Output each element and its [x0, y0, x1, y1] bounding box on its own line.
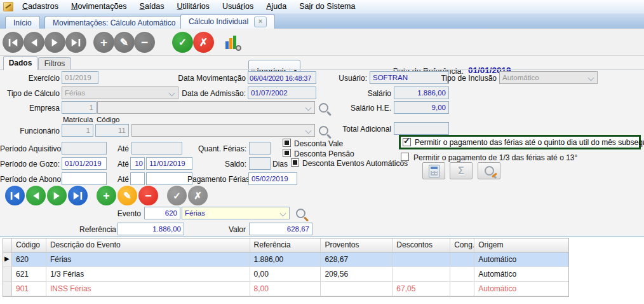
event-edit-button[interactable]: ✎: [117, 186, 137, 205]
edit-button[interactable]: ✎: [114, 32, 135, 53]
column-header-origem[interactable]: Origem: [474, 238, 568, 252]
table-row[interactable]: 901 INSS Férias 8,00 67,05 Automático: [3, 282, 568, 296]
valor-field[interactable]: 628,67: [249, 223, 312, 235]
close-tab-icon[interactable]: ×: [254, 17, 267, 27]
periodo-gozo-fim-field[interactable]: 11/01/2019: [146, 157, 192, 170]
menu-item-utilitarios[interactable]: Utilitários: [170, 0, 215, 13]
remove-button[interactable]: −: [134, 32, 155, 53]
evento-codigo-field[interactable]: 620: [144, 207, 180, 219]
pagamento-ferias-label: Pagamento Férias:: [187, 175, 246, 184]
row-marker-cell: [3, 282, 12, 296]
funcionario-matricula-field[interactable]: 1: [62, 124, 93, 137]
menu-item-ajuda[interactable]: Ajuda: [260, 0, 293, 13]
permitir-quinto-dia-checkbox[interactable]: ✓: [403, 138, 411, 146]
event-cancel-button[interactable]: ✗: [188, 186, 208, 205]
cell-origem: Automático: [474, 252, 568, 266]
periodo-gozo-inicio-field[interactable]: 01/01/2019: [62, 157, 107, 170]
last-record-icon: [73, 192, 83, 200]
periodo-abono-fim-field[interactable]: [146, 172, 192, 185]
codigo-label: Código: [97, 116, 125, 123]
event-remove-button[interactable]: −: [138, 186, 158, 205]
tipo-inclusao-dropdown[interactable]: Automático: [499, 71, 598, 84]
event-first-button[interactable]: [5, 186, 25, 205]
selected-row-marker-icon: ▶: [4, 255, 10, 262]
total-adicional-label: Total Adicional: [318, 125, 391, 134]
event-next-button[interactable]: [47, 186, 67, 205]
event-add-button[interactable]: +: [97, 186, 116, 205]
table-header-row: Código Descrição do Evento Referência Pr…: [3, 238, 568, 252]
data-movimentacao-label: Data Movimentação: [178, 74, 246, 83]
table-row[interactable]: 621 1/3 Férias 0,00 209,56 Automático: [3, 267, 568, 282]
periodo-aquisitivo-fim-field[interactable]: [131, 142, 182, 155]
periodo-aquisitivo-inicio-field[interactable]: [62, 142, 107, 155]
menu-item-saidas[interactable]: Saídas: [133, 0, 171, 13]
next-record-icon: [50, 39, 60, 46]
column-header-referencia[interactable]: Referência: [250, 238, 321, 252]
tab-dados[interactable]: Dados: [3, 56, 37, 70]
cell-cong: [450, 282, 474, 296]
tab-calculo-individual[interactable]: Cálculo Individual ×: [180, 14, 275, 29]
totalize-button[interactable]: Σ: [450, 162, 473, 179]
event-confirm-button[interactable]: ✓: [167, 186, 187, 205]
desconta-eventos-checkbox[interactable]: [291, 158, 299, 167]
column-header-descricao[interactable]: Descrição do Evento: [46, 238, 250, 252]
event-previous-button[interactable]: [26, 186, 46, 205]
data-admissao-field[interactable]: 01/07/2002: [248, 86, 316, 99]
permitir-terco-checkbox[interactable]: [401, 153, 409, 161]
usuario-field[interactable]: SOFTRAN: [370, 71, 449, 84]
exercicio-field[interactable]: 01/2019: [62, 71, 98, 84]
first-record-button[interactable]: [3, 32, 23, 53]
periodo-abono-inicio-field[interactable]: [62, 172, 107, 185]
table-row-selected[interactable]: ▶ 620 Férias 1.886,00 628,67 Automático: [3, 252, 568, 267]
desconta-vale-label: Desconta Vale: [294, 139, 343, 148]
evento-search-icon[interactable]: [296, 209, 305, 218]
calculate-button[interactable]: [422, 162, 445, 179]
confirm-button[interactable]: ✓: [172, 32, 193, 53]
first-record-icon: [8, 39, 18, 46]
chart-settings-button[interactable]: [224, 34, 242, 51]
matricula-label: Matrícula: [63, 116, 95, 123]
first-record-icon: [10, 192, 20, 200]
referencia-field[interactable]: 1.886,00: [117, 223, 184, 235]
periodo-gozo-dias-field[interactable]: 10: [130, 157, 145, 170]
column-header-cong[interactable]: Cong.: [450, 238, 474, 252]
preview-button[interactable]: [478, 162, 500, 179]
funcionario-codigo-field[interactable]: 11: [95, 124, 129, 137]
tab-inicio[interactable]: Início: [5, 16, 40, 29]
tab-filtros[interactable]: Filtros: [38, 57, 71, 70]
funcionario-dropdown[interactable]: [131, 124, 315, 137]
add-button[interactable]: +: [93, 32, 114, 53]
cell-codigo: 621: [12, 267, 46, 281]
salario-he-field[interactable]: 9,00: [394, 101, 449, 114]
pagamento-ferias-field[interactable]: 05/02/2019: [248, 172, 297, 185]
menu-item-cadastros[interactable]: Cadastros: [16, 0, 65, 13]
cancel-button[interactable]: ✗: [193, 32, 214, 53]
tab-calculo-automatico[interactable]: Movimentações: Cálculo Automático: [44, 16, 184, 29]
saldo-field[interactable]: [249, 157, 271, 170]
tab-page-border: [0, 69, 644, 70]
column-header-codigo[interactable]: Código: [12, 238, 46, 252]
next-record-button[interactable]: [44, 32, 65, 53]
column-header-proventos[interactable]: Proventos: [321, 238, 392, 252]
desconta-vale-checkbox[interactable]: [283, 139, 291, 147]
evento-dropdown[interactable]: Férias: [182, 207, 290, 219]
empresa-label: Empresa: [0, 104, 60, 113]
periodo-abono-dias-field[interactable]: [130, 172, 145, 185]
last-record-button[interactable]: [65, 32, 86, 53]
salario-field[interactable]: 1.886,00: [394, 86, 449, 99]
empresa-dropdown[interactable]: [97, 101, 315, 114]
dias-label: Dias: [272, 160, 289, 169]
row-marker-cell: [3, 267, 12, 281]
event-last-button[interactable]: [68, 186, 88, 205]
tipo-calculo-dropdown[interactable]: Férias: [62, 86, 178, 99]
quant-ferias-field[interactable]: [249, 142, 271, 155]
menu-item-sair-do-sistema[interactable]: Sair do Sistema: [293, 0, 361, 13]
menu-item-movimentacoes[interactable]: Movimentações: [65, 0, 133, 13]
previous-record-button[interactable]: [23, 32, 44, 53]
column-header-descontos[interactable]: Descontos: [392, 238, 450, 252]
exercicio-label: Exercício: [6, 74, 60, 83]
total-adicional-field[interactable]: [394, 122, 449, 135]
menu-item-usuarios[interactable]: Usuários: [216, 0, 260, 13]
desconta-pensao-checkbox[interactable]: [283, 149, 291, 157]
empresa-codigo-field[interactable]: 1: [62, 101, 97, 114]
